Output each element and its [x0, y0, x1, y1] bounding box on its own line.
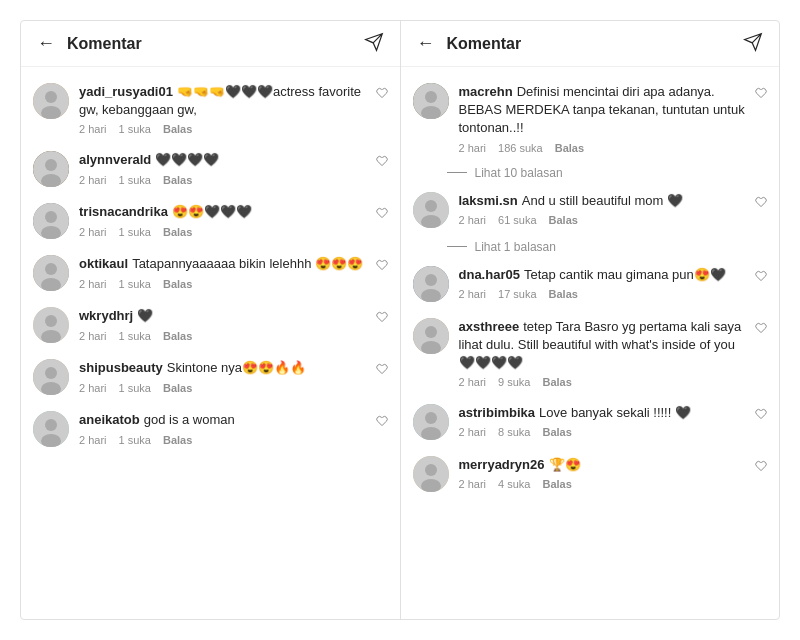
comment-text: dna.har05Tetap cantik mau gimana pun😍🖤 [459, 266, 746, 284]
like-icon[interactable] [755, 87, 767, 102]
avatar [33, 255, 69, 291]
like-icon[interactable] [376, 311, 388, 326]
comment-item: astribimbikaLove banyak sekali !!!!! 🖤2 … [401, 396, 780, 448]
comment-text: aneikatobgod is a woman [79, 411, 366, 429]
comment-reply-button[interactable]: Balas [163, 226, 192, 238]
comment-username[interactable]: wkrydhrj [79, 308, 133, 323]
like-icon[interactable] [376, 363, 388, 378]
comment-reply-button[interactable]: Balas [542, 376, 571, 388]
comment-reply-button[interactable]: Balas [163, 123, 192, 135]
like-icon[interactable] [755, 322, 767, 337]
comment-time: 2 hari [79, 330, 107, 342]
comment-likes: 8 suka [498, 426, 530, 438]
comment-username[interactable]: yadi_rusyadi01 [79, 84, 173, 99]
svg-point-13 [45, 315, 57, 327]
left-header: ← Komentar [21, 21, 400, 67]
comment-text: alynnverald🖤🖤🖤🖤 [79, 151, 366, 169]
comment-likes: 17 suka [498, 288, 537, 300]
comment-item: oktikaulTatapannyaaaaaa bikin lelehhh 😍😍… [21, 247, 400, 299]
comment-username[interactable]: astribimbika [459, 405, 536, 420]
comment-item: yadi_rusyadi01🤜🤜🤜🖤🖤🖤actress favorite gw,… [21, 75, 400, 143]
comment-text: astribimbikaLove banyak sekali !!!!! 🖤 [459, 404, 746, 422]
like-icon[interactable] [755, 460, 767, 475]
comment-meta: 2 hari1 sukaBalas [79, 382, 366, 394]
comment-time: 2 hari [79, 278, 107, 290]
comment-time: 2 hari [459, 288, 487, 300]
like-icon[interactable] [376, 207, 388, 222]
comment-body: oktikaulTatapannyaaaaaa bikin lelehhh 😍😍… [79, 255, 366, 289]
comment-body: macrehnDefinisi mencintai diri apa adany… [459, 83, 746, 154]
replies-link[interactable]: Lihat 10 balasan [447, 166, 780, 180]
left-comments-list: yadi_rusyadi01🤜🤜🤜🖤🖤🖤actress favorite gw,… [21, 67, 400, 619]
comment-username[interactable]: merryadryn26 [459, 457, 545, 472]
svg-point-34 [425, 412, 437, 424]
comment-reply-button[interactable]: Balas [163, 434, 192, 446]
comment-meta: 2 hari17 sukaBalas [459, 288, 746, 300]
comment-username[interactable]: oktikaul [79, 256, 128, 271]
comment-reply-button[interactable]: Balas [163, 174, 192, 186]
right-back-button[interactable]: ← [417, 33, 435, 54]
comment-reply-button[interactable]: Balas [549, 214, 578, 226]
comment-username[interactable]: laksmi.sn [459, 193, 518, 208]
comment-text: wkrydhrj🖤 [79, 307, 366, 325]
comment-body: merryadryn26🏆😍2 hari4 sukaBalas [459, 456, 746, 490]
comment-username[interactable]: alynnverald [79, 152, 151, 167]
right-send-icon[interactable] [743, 32, 763, 56]
like-icon[interactable] [376, 415, 388, 430]
like-icon[interactable] [376, 259, 388, 274]
comment-meta: 2 hari1 sukaBalas [79, 330, 366, 342]
comment-likes: 4 suka [498, 478, 530, 490]
comment-reply-button[interactable]: Balas [163, 330, 192, 342]
like-icon[interactable] [755, 408, 767, 423]
comment-username[interactable]: aneikatob [79, 412, 140, 427]
comment-item: axsthreeetetep Tara Basro yg pertama kal… [401, 310, 780, 397]
comment-body: yadi_rusyadi01🤜🤜🤜🖤🖤🖤actress favorite gw,… [79, 83, 366, 135]
comment-text: axsthreeetetep Tara Basro yg pertama kal… [459, 318, 746, 373]
comment-reply-button[interactable]: Balas [555, 142, 584, 154]
avatar [33, 203, 69, 239]
like-icon[interactable] [376, 155, 388, 170]
like-icon[interactable] [376, 87, 388, 102]
comment-reply-button[interactable]: Balas [163, 382, 192, 394]
comment-likes: 1 suka [119, 278, 151, 290]
comment-reply-button[interactable]: Balas [542, 478, 571, 490]
like-icon[interactable] [755, 270, 767, 285]
comment-text: macrehnDefinisi mencintai diri apa adany… [459, 83, 746, 138]
comment-item: aneikatobgod is a woman2 hari1 sukaBalas [21, 403, 400, 455]
comment-item: shipusbeautySkintone nya😍😍🔥🔥2 hari1 suka… [21, 351, 400, 403]
comment-item: laksmi.snAnd u still beautiful mom 🖤2 ha… [401, 184, 780, 236]
svg-point-28 [425, 274, 437, 286]
svg-point-16 [45, 367, 57, 379]
avatar [413, 192, 449, 228]
comment-username[interactable]: dna.har05 [459, 267, 520, 282]
avatar [33, 411, 69, 447]
comment-likes: 1 suka [119, 123, 151, 135]
comment-meta: 2 hari1 sukaBalas [79, 174, 366, 186]
comment-time: 2 hari [459, 478, 487, 490]
comment-username[interactable]: axsthreee [459, 319, 520, 334]
left-back-button[interactable]: ← [37, 33, 55, 54]
svg-point-37 [425, 464, 437, 476]
comment-reply-button[interactable]: Balas [549, 288, 578, 300]
svg-point-10 [45, 263, 57, 275]
avatar [33, 83, 69, 119]
svg-point-1 [45, 91, 57, 103]
comment-body: astribimbikaLove banyak sekali !!!!! 🖤2 … [459, 404, 746, 438]
comment-meta: 2 hari186 sukaBalas [459, 142, 746, 154]
comment-text: trisnacandrika😍😍🖤🖤🖤 [79, 203, 366, 221]
comment-time: 2 hari [459, 376, 487, 388]
svg-point-31 [425, 326, 437, 338]
avatar [413, 266, 449, 302]
comment-body: shipusbeautySkintone nya😍😍🔥🔥2 hari1 suka… [79, 359, 366, 393]
comment-likes: 1 suka [119, 382, 151, 394]
replies-link[interactable]: Lihat 1 balasan [447, 240, 780, 254]
like-icon[interactable] [755, 196, 767, 211]
comment-reply-button[interactable]: Balas [163, 278, 192, 290]
comment-meta: 2 hari61 sukaBalas [459, 214, 746, 226]
comment-likes: 186 suka [498, 142, 543, 154]
comment-reply-button[interactable]: Balas [542, 426, 571, 438]
left-send-icon[interactable] [364, 32, 384, 56]
comment-username[interactable]: shipusbeauty [79, 360, 163, 375]
comment-username[interactable]: trisnacandrika [79, 204, 168, 219]
comment-username[interactable]: macrehn [459, 84, 513, 99]
